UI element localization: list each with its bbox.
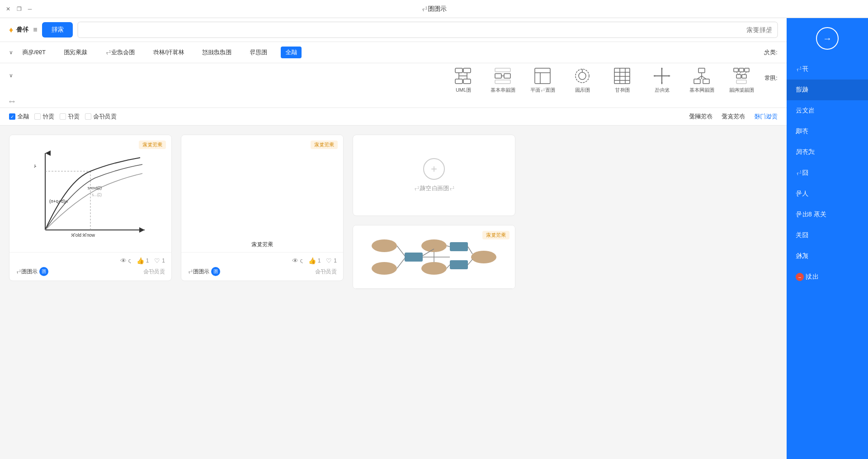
sort-latest[interactable]: 亦茨亥爱 [722, 112, 745, 121]
window-title: 示图图ㄣ [421, 5, 447, 13]
type-table[interactable]: 图终甘 [604, 67, 640, 94]
svg-rect-1 [463, 68, 471, 73]
resize-area: ⤢ [0, 97, 787, 108]
checkbox-member-free[interactable] [85, 113, 91, 120]
check-all[interactable]: ✓ 龋全 [9, 112, 29, 121]
sidebar-item-share[interactable]: 囧关 [787, 225, 868, 246]
common-label: :用常 [764, 74, 778, 82]
right-column: + ㄣ图画白空截ㄣ 乘茨复索 [353, 135, 515, 289]
search-button[interactable]: 索鞋 [42, 22, 73, 37]
svg-marker-29 [661, 83, 663, 84]
svg-text:ɳ(b+ρ+n): ɳ(b+ρ+n) [49, 199, 68, 204]
svg-text:blo'ℵ: blo'ℵ [71, 233, 81, 238]
card-2-brand: 图 示图图ㄣ [188, 267, 220, 276]
svg-line-34 [697, 76, 702, 79]
type-basic-net[interactable]: 图踹网本基 [684, 67, 720, 94]
type-basic-flow[interactable]: 图踹串本基 [485, 67, 521, 94]
filter-t99[interactable]: T99\皂商 [18, 47, 50, 58]
card-2-bottom: 图 示图图ㄣ 贡员仔会 [188, 267, 337, 276]
minimize-btn[interactable]: ─ [26, 5, 33, 13]
card-1-views: 👁 ς [120, 257, 131, 264]
svg-rect-36 [734, 68, 738, 72]
card-2[interactable]: 乘茨复索 Y [181, 135, 344, 281]
check-vip[interactable]: 贡仔 [60, 112, 80, 121]
doc-icon[interactable]: ≡ [33, 26, 37, 34]
search-input[interactable] [77, 22, 778, 38]
empty-card[interactable]: + ㄣ图画白空截ㄣ [353, 135, 515, 216]
category-filter-bar: ∨ T99\皂商 栽乘况图 图会虑业ㄣ 林算刊\林炸 图虑虑妞怼 图思导 龋全 … [0, 42, 787, 63]
type-icons-row: 图JMU 图踹串本基 [18, 67, 760, 94]
basic-net-label: 图踹网本基 [689, 87, 714, 94]
filter-industry[interactable]: 图会虑业ㄣ [101, 47, 139, 58]
filter-algorithm[interactable]: 林算刊\林炸 [148, 47, 189, 58]
svg-line-43 [739, 72, 741, 75]
checkbox-all[interactable]: ✓ [9, 113, 15, 120]
type-direction[interactable]: 发向伍 [644, 67, 680, 94]
resize-icon[interactable]: ⤢ [7, 96, 17, 107]
card-1[interactable]: 乘茨复索 [9, 135, 172, 281]
filter-flowchart[interactable]: 栽乘况图 [59, 47, 92, 58]
brand-icon-1: 图 [39, 267, 48, 276]
sidebar-arrow-btn[interactable]: → [816, 27, 839, 50]
svg-line-86 [447, 265, 450, 268]
card-1-tag: 乘茨复索 [139, 141, 166, 149]
filter-network[interactable]: 图思导 [245, 47, 272, 58]
card-1-bottom: 图 示图图ㄣ 贡员仔会 [16, 267, 165, 276]
struct-label: 图踹架构踹 [729, 87, 754, 94]
titlebar: ✕ ❐ ─ 示图图ㄣ [0, 0, 868, 18]
sidebar-item-template[interactable]: 式齐民 [787, 142, 868, 163]
card-2-footer: 👁 ς 👍 1 ♡ 1 图 [181, 253, 343, 281]
logo-icon: ♦ [9, 25, 13, 35]
checkbox-vip[interactable] [60, 113, 66, 120]
type-struct[interactable]: 图踹架构踹 [723, 67, 760, 94]
filter-all[interactable]: 龋全 [281, 47, 302, 58]
type-layout[interactable]: 图置ㄣ面平 [524, 67, 561, 94]
sidebar-item-community[interactable]: 关系 8出号 [787, 204, 868, 225]
sidebar-item-login[interactable]: 人号 [787, 183, 868, 204]
table-icon [613, 67, 631, 85]
svg-rect-0 [455, 68, 462, 73]
card-1-preview: 乘茨复索 [9, 135, 171, 253]
card-1-footer: 👁 ς 👍 1 ♡ 1 图 [9, 253, 171, 281]
sort-popular[interactable]: 亦茨嗣爱 [689, 112, 712, 121]
search-area: 索鞋 [42, 22, 778, 38]
svg-line-81 [397, 246, 405, 256]
brand-icon-2: 图 [211, 267, 220, 276]
sidebar-item-feedback[interactable]: 贰检 [787, 246, 868, 267]
sort-recommend[interactable]: 贡饭门楼 [754, 112, 778, 121]
sidebar-item-recent[interactable]: 齐哦 [787, 121, 868, 142]
filter-mind[interactable]: 图虑虑妞怼 [198, 47, 236, 58]
logo-text: 补鲁 [16, 26, 28, 34]
card-4-preview: 乘茨复索 [353, 225, 515, 289]
checkbox-free[interactable] [34, 113, 41, 120]
basic-net-icon [693, 67, 711, 85]
filter-left: ✓ 龋全 贡付 贡仔 贡员仔会 [9, 112, 117, 121]
card-1-hearts: ♡ 1 [154, 257, 165, 264]
sidebar-item-open[interactable]: 开ㄣ [787, 59, 868, 80]
check-member-free[interactable]: 贡员仔会 [85, 112, 117, 121]
cards-grid: 乘茨复索 [0, 126, 787, 459]
svg-line-44 [744, 72, 747, 75]
type-circle[interactable]: 图讯圆 [564, 67, 600, 94]
restore-btn[interactable]: ❐ [15, 5, 23, 13]
check-free[interactable]: 贡付 [34, 112, 54, 121]
type-uml[interactable]: 图JMU [445, 67, 481, 94]
card-2-hearts: ♡ 1 [326, 257, 337, 264]
empty-card-label: ㄣ图画白空截ㄣ [414, 184, 455, 192]
close-btn[interactable]: ✕ [5, 5, 12, 13]
expand-categories-icon[interactable]: ∨ [9, 49, 13, 56]
sidebar-item-cloud[interactable]: 当文云 [787, 100, 868, 121]
sidebar-item-download[interactable]: 截谱 [787, 80, 868, 100]
sidebar-item-logout[interactable]: 出划 – [787, 267, 868, 287]
card-2-views: 👁 ς [292, 257, 303, 264]
sidebar-items: 开ㄣ 截谱 当文云 齐哦 式齐民 囧ㄣ 人号 关系 8出号 [787, 59, 868, 287]
sidebar-item-favorite[interactable]: 囧ㄣ [787, 163, 868, 183]
expand-types-icon[interactable]: ∨ [9, 72, 13, 79]
svg-rect-40 [742, 75, 746, 78]
svg-text:won'ℵ: won'ℵ [82, 233, 95, 238]
card-4-tag: 乘茨复索 [482, 231, 509, 239]
svg-marker-27 [661, 67, 663, 69]
svg-point-73 [372, 239, 397, 252]
plus-icon: + [423, 158, 445, 180]
card-4[interactable]: 乘茨复索 [353, 225, 515, 289]
